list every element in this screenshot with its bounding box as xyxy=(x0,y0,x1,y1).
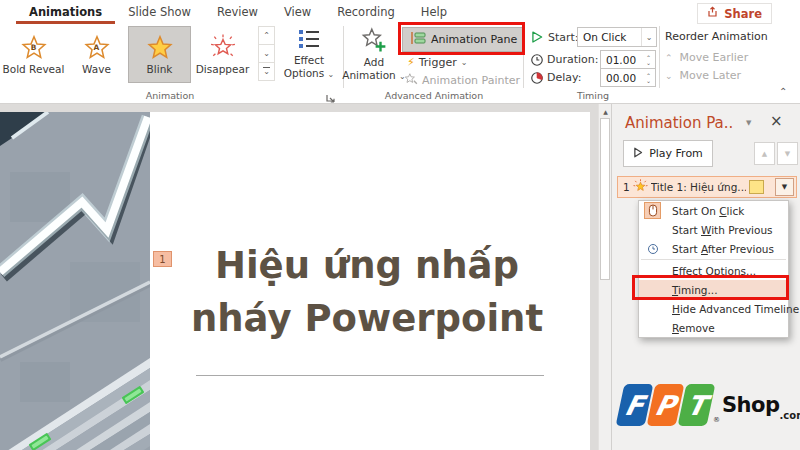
fpt-letter-t: T xyxy=(678,384,716,426)
menu-hide-advanced-timeline[interactable]: Hide Advanced Timeline xyxy=(639,299,788,318)
trigger-button[interactable]: ⚡ Trigger ⌄ xyxy=(407,56,467,69)
play-icon xyxy=(633,147,643,161)
slide-canvas[interactable]: 1 Hiệu ứng nhấp nháy Powerpoint xyxy=(0,112,590,450)
starburst-icon xyxy=(633,179,648,196)
animation-painter-button[interactable]: Animation Painter xyxy=(404,72,520,89)
menu-timing[interactable]: Timing... xyxy=(639,280,788,299)
tab-help[interactable]: Help xyxy=(408,0,460,24)
chevron-down-icon: ⌄ xyxy=(328,70,335,79)
start-select[interactable]: On Click ⌄ xyxy=(577,27,657,47)
star-outline-icon: A xyxy=(84,34,110,60)
menu-remove[interactable]: Remove xyxy=(639,318,788,337)
gallery-scroll-down-button[interactable]: ⌄ xyxy=(258,44,275,63)
collapse-ribbon-button[interactable]: ⌃ xyxy=(779,86,787,97)
start-label: Start: xyxy=(548,31,579,44)
title-underline xyxy=(196,375,544,376)
delay-input[interactable]: 00.00 ⌃ ⌄ xyxy=(600,68,656,87)
group-separator xyxy=(659,26,660,88)
delay-value: 00.00 xyxy=(601,69,642,86)
gallery-more-button[interactable]: ⌄ xyxy=(258,62,275,81)
ribbon: Animations Slide Show Review View Record… xyxy=(0,0,800,104)
group-label-animation: Animation xyxy=(0,90,340,101)
pane-menu-chevron-icon[interactable]: ▼ xyxy=(746,119,751,127)
gallery-item-bold-reveal[interactable]: B Bold Reveal xyxy=(2,26,65,83)
menu-start-on-click[interactable]: Start On Click xyxy=(639,201,788,220)
effect-options-button[interactable]: Effect Options ⌄ xyxy=(281,27,337,80)
animation-painter-icon xyxy=(404,72,418,89)
gallery-scroll-up-button[interactable]: ⌃ xyxy=(258,26,275,45)
item-dropdown-button[interactable]: ▼ xyxy=(775,178,794,196)
clock-icon xyxy=(644,240,661,257)
move-earlier-button[interactable]: ⌃ Move Earlier xyxy=(665,51,748,64)
item-index: 1 xyxy=(623,181,630,193)
timeline-swatch[interactable] xyxy=(749,180,764,194)
star-burst-icon xyxy=(210,34,236,60)
duration-value: 01.00 xyxy=(601,51,642,68)
gallery-item-wave[interactable]: A Wave xyxy=(65,26,128,83)
star-solid-icon xyxy=(147,34,173,60)
delay-label: Delay: xyxy=(547,71,581,84)
pane-move-down-button[interactable]: ▼ xyxy=(777,142,798,165)
tab-animations[interactable]: Animations xyxy=(16,0,115,24)
lightning-icon: ⚡ xyxy=(407,56,415,69)
tab-recording[interactable]: Recording xyxy=(324,0,408,24)
tab-slide-show[interactable]: Slide Show xyxy=(115,0,204,24)
group-label-advanced-animation: Advanced Animation xyxy=(346,90,522,101)
animation-gallery: B Bold Reveal A Wave Blink xyxy=(2,26,254,83)
slide-title[interactable]: Hiệu ứng nhấp nháy Powerpoint xyxy=(152,240,582,345)
start-value: On Click xyxy=(578,31,641,43)
spinner-down-icon[interactable]: ⌄ xyxy=(646,78,651,83)
chevron-up-icon: ⌃ xyxy=(665,53,673,63)
chevron-down-icon: ⌄ xyxy=(665,71,673,81)
tab-review[interactable]: Review xyxy=(204,0,271,24)
ribbon-tabs: Animations Slide Show Review View Record… xyxy=(16,0,460,24)
scrollbar-thumb[interactable] xyxy=(600,118,610,280)
fpt-domain-text: .com.vn xyxy=(780,410,800,421)
triangle-down-icon: ▼ xyxy=(785,150,790,158)
share-icon xyxy=(707,6,719,21)
pane-move-up-button[interactable]: ▲ xyxy=(754,142,775,165)
slide-scrollbar[interactable]: ▲ xyxy=(598,104,611,450)
menu-effect-options[interactable]: Effect Options... xyxy=(639,261,788,280)
effect-options-icon xyxy=(297,27,321,54)
spinner-down-icon[interactable]: ⌄ xyxy=(646,60,651,65)
triangle-down-icon: ▼ xyxy=(782,183,787,191)
chevron-down-icon[interactable]: ⌄ xyxy=(641,28,656,46)
delay-spinner[interactable]: ⌃ ⌄ xyxy=(642,69,655,86)
pane-title: Animation Pa.. xyxy=(625,114,733,132)
fpt-shop-text: Shop xyxy=(722,393,780,417)
tab-view[interactable]: View xyxy=(271,0,324,24)
group-separator xyxy=(523,26,524,88)
animation-pane: Animation Pa.. ▼ × Play From ▲ ▼ 1 xyxy=(611,104,800,450)
group-label-timing: Timing xyxy=(527,90,659,101)
menu-separator xyxy=(641,259,786,260)
reorder-animation-label: Reorder Animation xyxy=(665,30,768,43)
pane-close-icon[interactable]: × xyxy=(770,112,783,130)
play-from-button[interactable]: Play From xyxy=(623,140,713,167)
share-label: Share xyxy=(724,7,762,21)
duration-spinner[interactable]: ⌃ ⌄ xyxy=(642,51,655,68)
gallery-scroll: ⌃ ⌄ ⌄ xyxy=(258,26,275,81)
duration-label: Duration: xyxy=(547,53,598,66)
add-animation-icon xyxy=(361,27,387,56)
duration-input[interactable]: 01.00 ⌃ ⌄ xyxy=(600,50,656,69)
menu-start-after-previous[interactable]: Start After Previous xyxy=(639,239,788,258)
fpt-shop-logo: F P T ® Shop .com.vn xyxy=(620,384,800,426)
animation-context-menu: Start On Click Start With Previous Start… xyxy=(638,200,789,338)
add-animation-button[interactable]: Add Animation ⌄ xyxy=(345,27,403,82)
menu-start-with-previous[interactable]: Start With Previous xyxy=(639,220,788,239)
star-outline-icon: B xyxy=(21,34,47,60)
share-button[interactable]: Share xyxy=(697,3,772,24)
mouse-click-icon xyxy=(644,202,661,219)
start-play-icon xyxy=(530,29,544,43)
animation-pane-button[interactable]: Animation Pane xyxy=(402,27,525,52)
chevron-down-icon: ⌄ xyxy=(461,58,468,67)
gallery-item-blink[interactable]: Blink xyxy=(128,26,191,83)
animation-list-item[interactable]: 1 Title 1: Hiệu ứng... ▼ xyxy=(617,176,797,198)
gallery-item-disappear[interactable]: Disappear xyxy=(191,26,254,83)
move-later-button[interactable]: ⌄ Move Later xyxy=(665,69,741,82)
duration-clock-icon xyxy=(530,52,544,66)
animation-pane-icon xyxy=(410,31,426,48)
item-label: Title 1: Hiệu ứng... xyxy=(651,181,746,193)
dialog-launcher-icon[interactable] xyxy=(325,89,336,100)
